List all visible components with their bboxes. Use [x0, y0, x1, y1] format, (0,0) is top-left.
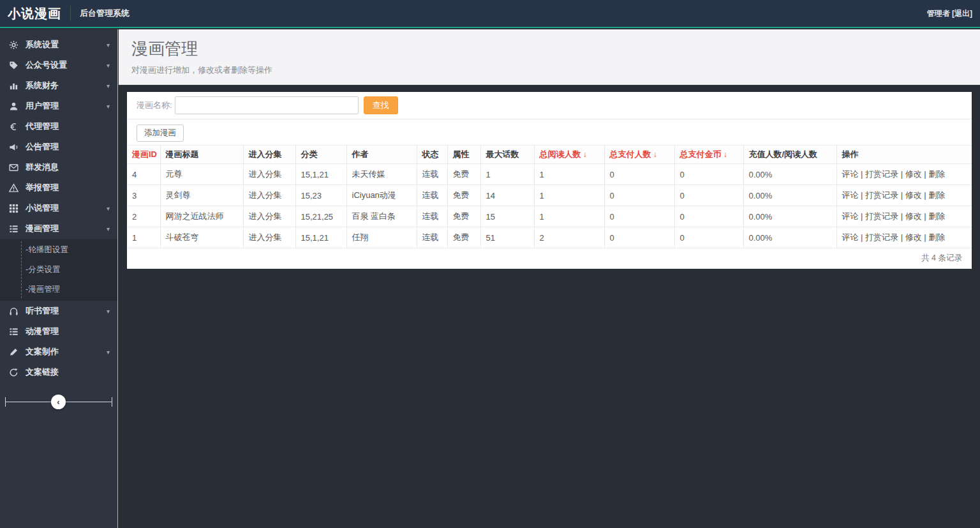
comment-link[interactable]: 评论 — [842, 190, 859, 200]
cell-max: 15 — [480, 206, 534, 227]
sidebar-subitem-comic-management-sub[interactable]: -漫画管理 — [0, 280, 117, 299]
sidebar-item-label: 系统设置 — [26, 39, 59, 50]
user-icon — [9, 102, 19, 111]
chevron-down-icon: ▾ — [107, 41, 110, 49]
comment-link[interactable]: 评论 — [842, 211, 859, 221]
submenu-comic-management: -轮播图设置-分类设置-漫画管理 — [0, 239, 117, 301]
headphones-icon — [9, 306, 19, 316]
column-header[interactable]: 进入分集 — [243, 146, 295, 164]
edit-link[interactable]: 修改 — [905, 169, 922, 179]
chevron-down-icon: ▾ — [107, 349, 110, 356]
sidebar-item-system-settings[interactable]: 系统设置▾ — [0, 34, 117, 55]
delete-link[interactable]: 删除 — [928, 211, 945, 221]
chevron-down-icon: ▾ — [107, 308, 110, 315]
comment-link[interactable]: 评论 — [842, 169, 859, 179]
column-header[interactable]: 操作 — [836, 146, 972, 164]
column-header[interactable]: 作者 — [346, 146, 417, 164]
sidebar-collapse-slider[interactable]: ‹ — [5, 393, 112, 412]
reward-record-link[interactable]: 打赏记录 — [865, 169, 898, 179]
page-subtitle: 对漫画进行增加，修改或者删除等操作 — [131, 64, 967, 76]
topbar-subtitle: 后台管理系统 — [80, 8, 130, 19]
search-button[interactable]: 查找 — [364, 96, 398, 114]
cell-status: 连载 — [417, 185, 447, 206]
column-header[interactable]: 总支付人数 ↓ — [604, 146, 674, 164]
sidebar-menu: 系统设置▾公众号设置▾系统财务▾用户管理▾代理管理公告管理群发消息举报管理小说管… — [0, 29, 117, 382]
column-header[interactable]: 漫画ID ↓ — [127, 146, 160, 164]
logout-link[interactable]: [退出] — [952, 9, 972, 18]
sidebar: 系统设置▾公众号设置▾系统财务▾用户管理▾代理管理公告管理群发消息举报管理小说管… — [0, 29, 118, 528]
sidebar-item-system-finance[interactable]: 系统财务▾ — [0, 75, 117, 96]
sidebar-item-label: 漫画管理 — [26, 223, 59, 234]
column-header-label: 漫画ID — [132, 149, 157, 159]
sidebar-item-novel-management[interactable]: 小说管理▾ — [0, 198, 117, 218]
delete-link[interactable]: 删除 — [928, 232, 945, 242]
column-header[interactable]: 属性 — [447, 146, 480, 164]
column-header[interactable]: 充值人数/阅读人数 — [743, 146, 836, 164]
sidebar-item-comic-management[interactable]: 漫画管理▾ — [0, 218, 117, 239]
cell-actions: 评论 | 打赏记录 | 修改 | 删除 — [836, 164, 972, 185]
warning-icon — [9, 183, 19, 193]
sidebar-item-bulk-messages[interactable]: 群发消息 — [0, 157, 117, 177]
edit-link[interactable]: 修改 — [905, 190, 922, 200]
search-label: 漫画名称: — [137, 100, 172, 111]
cell-actions: 评论 | 打赏记录 | 修改 | 删除 — [836, 227, 972, 248]
topbar: 小说漫画 后台管理系统 管理者 [退出] — [0, 0, 980, 28]
cell-title: 灵剑尊 — [160, 185, 243, 206]
sidebar-item-report-management[interactable]: 举报管理 — [0, 177, 117, 198]
sidebar-item-label: 系统财务 — [26, 80, 59, 91]
pen-icon — [9, 347, 19, 357]
cell-category: 15,1,21 — [295, 227, 346, 248]
column-header[interactable]: 分类 — [295, 146, 346, 164]
enter-episodes-link[interactable]: 进入分集 — [249, 232, 282, 242]
slider-knob[interactable]: ‹ — [51, 395, 66, 409]
column-header[interactable]: 总阅读人数 ↓ — [534, 146, 604, 164]
delete-link[interactable]: 删除 — [928, 190, 945, 200]
cell-readers: 2 — [534, 227, 604, 248]
grid-icon — [9, 204, 19, 213]
cell-title: 斗破苍穹 — [160, 227, 243, 248]
column-header-label: 进入分集 — [249, 149, 282, 159]
sidebar-item-announcement-management[interactable]: 公告管理 — [0, 137, 117, 157]
enter-episodes-link[interactable]: 进入分集 — [249, 169, 282, 179]
comics-table: 漫画ID ↓漫画标题进入分集分类作者状态属性最大话数总阅读人数 ↓总支付人数 ↓… — [127, 145, 972, 248]
comment-link[interactable]: 评论 — [842, 232, 859, 242]
sidebar-item-anime-management[interactable]: 动漫管理 — [0, 321, 117, 342]
column-header-label: 操作 — [842, 149, 859, 159]
sidebar-subitem-category-settings[interactable]: -分类设置 — [0, 260, 117, 280]
reward-record-link[interactable]: 打赏记录 — [865, 190, 898, 200]
column-header[interactable]: 最大话数 — [480, 146, 534, 164]
reward-record-link[interactable]: 打赏记录 — [865, 211, 898, 221]
column-header-label: 分类 — [301, 149, 318, 159]
sidebar-item-copywriting-production[interactable]: 文案制作▾ — [0, 342, 117, 362]
column-header[interactable]: 漫画标题 — [160, 146, 243, 164]
comic-name-input[interactable] — [175, 96, 359, 114]
sidebar-item-agent-management[interactable]: 代理管理 — [0, 116, 117, 137]
sidebar-item-official-account-settings[interactable]: 公众号设置▾ — [0, 55, 117, 75]
table-header-row: 漫画ID ↓漫画标题进入分集分类作者状态属性最大话数总阅读人数 ↓总支付人数 ↓… — [127, 146, 972, 164]
sidebar-item-label: 代理管理 — [26, 121, 59, 132]
app-logo: 小说漫画 — [0, 5, 70, 22]
sidebar-subitem-carousel-settings[interactable]: -轮播图设置 — [0, 240, 117, 260]
sidebar-item-copywriting-links[interactable]: 文案链接 — [0, 362, 117, 382]
comic-panel: 漫画名称: 查找 添加漫画 漫画ID ↓漫画标题进入分集分类作者状态属性最大话数… — [127, 92, 972, 269]
sort-desc-icon: ↓ — [157, 150, 160, 159]
enter-episodes-link[interactable]: 进入分集 — [249, 190, 282, 200]
sidebar-item-user-management[interactable]: 用户管理▾ — [0, 96, 117, 116]
sidebar-item-label: 动漫管理 — [26, 326, 59, 337]
edit-link[interactable]: 修改 — [905, 232, 922, 242]
sidebar-item-audiobook-management[interactable]: 听书管理▾ — [0, 301, 117, 321]
sidebar-item-label: 用户管理 — [26, 100, 59, 112]
sort-desc-icon: ↓ — [722, 150, 727, 159]
enter-episodes-link[interactable]: 进入分集 — [249, 211, 282, 221]
main-content: 漫画管理 对漫画进行增加，修改或者删除等操作 漫画名称: 查找 添加漫画 漫画I… — [119, 29, 980, 528]
add-comic-button[interactable]: 添加漫画 — [137, 124, 184, 142]
edit-link[interactable]: 修改 — [905, 211, 922, 221]
column-header-label: 作者 — [352, 149, 369, 159]
column-header-label: 总阅读人数 — [540, 149, 581, 159]
cell-max: 1 — [480, 164, 534, 185]
delete-link[interactable]: 删除 — [928, 169, 945, 179]
column-header-label: 总支付金币 — [680, 149, 722, 159]
column-header[interactable]: 状态 — [417, 146, 447, 164]
reward-record-link[interactable]: 打赏记录 — [865, 232, 898, 242]
column-header[interactable]: 总支付金币 ↓ — [674, 146, 743, 164]
